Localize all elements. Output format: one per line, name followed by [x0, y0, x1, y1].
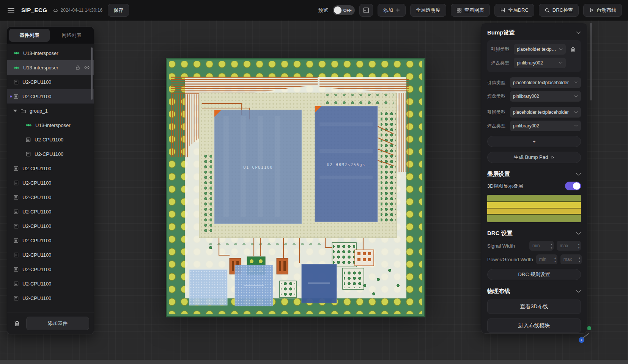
chip-u1[interactable]: U1 CPU1100 [214, 110, 302, 224]
layer-stack-preview [487, 195, 581, 222]
small-die[interactable] [189, 270, 227, 305]
floorplan-icon [363, 7, 369, 13]
component-list-item[interactable]: U2-CPU1100 [7, 190, 94, 204]
component-list-item[interactable]: U2-CPU1100 [7, 276, 94, 291]
bump-section-header[interactable]: Bump设置 [487, 29, 581, 36]
canvas-horizontal-scrollbar[interactable] [0, 360, 628, 364]
routing-section-header[interactable]: 物理布线 [487, 288, 581, 295]
delete-bump-group-button[interactable] [569, 47, 577, 52]
canvas-vertical-scrollbar[interactable] [590, 23, 592, 100]
add-component-button[interactable]: 添加器件 [26, 317, 89, 330]
component-list-item[interactable]: U2-CPU1100 [7, 219, 94, 233]
component-list-item[interactable]: U2-CPU1100 [7, 132, 94, 147]
pad-type-label: 焊盘类型 [487, 123, 507, 129]
generate-bump-pad-label: 生成 Bump Pad [514, 154, 548, 161]
preview-toggle[interactable]: OFF [333, 5, 355, 15]
drc-rules-button[interactable]: DRC 规则设置 [487, 269, 581, 280]
pin-type-select[interactable]: placeholder textplaceholder [514, 44, 566, 55]
list-scrollbar[interactable] [91, 47, 93, 100]
pad-type-select[interactable]: pinlibrary002 [514, 58, 566, 68]
pin-type-value: placeholder textplaceholder [513, 80, 572, 85]
stepper-buttons[interactable]: ▴▾ [554, 256, 556, 263]
component-label: U2-CPU1100 [22, 281, 51, 287]
component-list-item[interactable]: U13-intersposer [7, 118, 94, 132]
small-die[interactable] [235, 265, 273, 306]
auto-route-button[interactable]: 自动布线 [583, 4, 622, 17]
eye-icon[interactable] [84, 65, 90, 70]
view-3d-routing-button[interactable]: 查看3D布线 [487, 300, 581, 314]
delete-component-button[interactable] [12, 318, 22, 328]
component-list-item[interactable]: U2-CPU1100 [7, 204, 94, 219]
global-drc-button[interactable]: 全局DRC [494, 4, 534, 17]
menu-button[interactable] [6, 6, 16, 14]
pin-type-row: 引脚类型 placeholder textplaceholder [487, 107, 581, 118]
drc-check-button[interactable]: DRC检查 [539, 4, 579, 17]
chevron-down-icon[interactable] [576, 232, 581, 235]
add-button[interactable]: 添加 [378, 4, 406, 17]
stepper-buttons[interactable]: ▴▾ [551, 242, 552, 249]
tab-net-list[interactable]: 网络列表 [51, 29, 92, 42]
component-list-item[interactable]: U2-CPU1100 [7, 176, 94, 190]
signal-width-max-input[interactable] [557, 241, 581, 251]
stepper-buttons[interactable]: ▴▾ [579, 256, 580, 263]
component-label: U13-intersposer [23, 65, 58, 71]
pin-type-value: placeholder textplaceholder [517, 47, 557, 52]
chip-icon [13, 295, 19, 301]
component-list-item[interactable]: U2-CPU1100 [7, 248, 94, 262]
design-canvas-board[interactable]: U1 CPU1100 U2 HBM2s256gs [166, 58, 425, 317]
stack-section-header[interactable]: 叠层设置 [487, 171, 581, 178]
bump-group-1: 引脚类型 placeholder textplaceholder 焊盘类型 pi… [487, 77, 581, 102]
stepper-buttons[interactable]: ▴▾ [578, 242, 579, 249]
pad-type-value: pinlibrary002 [513, 94, 572, 99]
chevron-down-icon[interactable] [576, 173, 581, 176]
trash-icon [14, 320, 20, 326]
pad-type-select[interactable]: pinlibrary002 [510, 121, 581, 131]
interposer-icon [25, 123, 32, 127]
component-list-item[interactable]: U2-CPU1100 [7, 291, 94, 305]
global-opacity-label: 全局透明度 [416, 7, 441, 14]
component-list-item[interactable]: U2-CPU1100 [7, 161, 94, 176]
component-list-item[interactable]: U2-CPU1100 [7, 147, 94, 161]
component-list-item[interactable]: U2-CPU1100 [7, 262, 94, 276]
drc-section-header[interactable]: DRC 设置 [487, 230, 581, 237]
component-list-item[interactable]: U2-CPU1100 [7, 233, 94, 248]
chip-u2[interactable]: U2 HBM2s256gs [315, 106, 378, 222]
caret-down-icon[interactable] [13, 110, 17, 112]
add-button-label: 添加 [383, 7, 393, 14]
pin-type-select[interactable]: placeholder textplaceholder [510, 77, 581, 88]
bga-component[interactable] [280, 281, 296, 298]
group-list-item[interactable]: group_1 [7, 104, 94, 118]
save-button[interactable]: 保存 [108, 4, 129, 17]
stack-3d-toggle[interactable] [565, 182, 581, 190]
component-list-item[interactable]: U2-CPU1100 [7, 89, 94, 104]
component-list-item[interactable]: U2-CPU1100 [7, 75, 94, 89]
lock-icon[interactable] [75, 65, 80, 70]
pad-type-select[interactable]: pinlibrary002 [510, 91, 581, 102]
orange-component[interactable] [277, 258, 288, 274]
enter-routing-module-button[interactable]: 进入布线模块 [487, 318, 581, 333]
tab-component-list[interactable]: 器件列表 [9, 29, 50, 42]
left-panel-footer: 添加器件 [7, 312, 94, 334]
chevron-down-icon[interactable] [576, 290, 581, 293]
global-opacity-button[interactable]: 全局透明度 [410, 4, 446, 17]
right-panel: Bump设置 引脚类型 placeholder textplaceholder … [481, 23, 587, 334]
view-netlist-button[interactable]: 查看网表 [451, 4, 490, 17]
signal-width-min-input[interactable] [529, 241, 554, 251]
pin-type-select[interactable]: placeholder textplaceholder [510, 107, 581, 118]
floorplan-tool-button[interactable] [359, 4, 373, 17]
generate-bump-pad-button[interactable]: 生成 Bump Pad [487, 152, 581, 163]
bga-component[interactable] [332, 243, 356, 267]
add-bump-group-button[interactable]: + [487, 136, 581, 147]
chevron-down-icon[interactable] [576, 31, 581, 35]
bga-component[interactable] [343, 268, 364, 289]
play-icon [551, 155, 554, 159]
drc-check-label: DRC检查 [552, 7, 573, 14]
search-icon [545, 8, 550, 13]
small-die[interactable] [302, 264, 337, 303]
pad-type-label: 焊盘类型 [491, 60, 511, 66]
component-label: U2-CPU1100 [22, 209, 51, 215]
orange-dotted-component[interactable] [355, 250, 374, 266]
component-list-item[interactable]: U13-intersposer [7, 46, 94, 60]
bump-group-0: 引脚类型 placeholder textplaceholder 焊盘类型 pi… [487, 40, 581, 72]
component-list-item[interactable]: U13-intersposer [7, 60, 94, 75]
